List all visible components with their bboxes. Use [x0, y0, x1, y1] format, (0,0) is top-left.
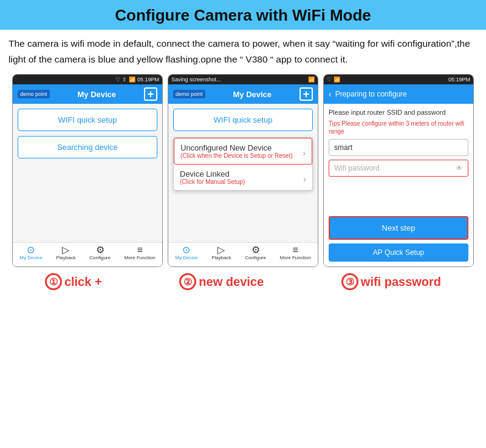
- home-icon: ⊙: [27, 245, 35, 255]
- phone2-statusbar: Saving screenshot... 📶: [168, 75, 318, 84]
- home-icon-2: ⊙: [182, 245, 190, 255]
- step-2: ② new device: [179, 273, 264, 290]
- phone3-statusbar: ♡ 📶 05:19PM: [324, 75, 473, 84]
- page-title: Configure Camera with WiFi Mode: [0, 6, 486, 25]
- step1-circle: ①: [45, 273, 62, 290]
- phone2-add-button[interactable]: +: [299, 87, 313, 101]
- more-icon-2: ≡: [292, 245, 298, 255]
- step1-label: click +: [64, 275, 102, 289]
- step2-circle: ②: [179, 273, 196, 290]
- phone1-nav-configure[interactable]: ⚙ Configure: [89, 245, 111, 265]
- phone1-nav-playback[interactable]: ▷ Playback: [56, 245, 75, 265]
- phone1-nav-more[interactable]: ≡ More Function: [125, 245, 156, 265]
- configure-icon: ⚙: [96, 245, 104, 255]
- step2-label: new device: [199, 275, 264, 289]
- unconfigured-sublabel: (Click when the Device is Setup or Reset…: [180, 152, 293, 163]
- phone1-add-button[interactable]: +: [144, 87, 157, 101]
- phone2-navbar: demo point My Device +: [168, 84, 318, 104]
- phone1-navbar: demo point My Device +: [13, 84, 162, 104]
- phone1-body: WIFI quick setup Searching device: [13, 104, 162, 242]
- unconfigured-label: Unconfigured New Device: [180, 143, 272, 152]
- phone1-wifi-setup-button[interactable]: WIFI quick setup: [18, 109, 157, 131]
- phone2-nav-playback[interactable]: ▷ Playback: [211, 245, 231, 265]
- phone-2: Saving screenshot... 📶 demo point My Dev…: [168, 74, 318, 267]
- step-3: ③ wifi password: [341, 273, 441, 290]
- playback-icon: ▷: [62, 245, 69, 255]
- steps-row: ① click + ② new device ③ wifi password: [0, 267, 486, 293]
- phone-3: ♡ 📶 05:19PM ‹ Preparing to configure Ple…: [323, 74, 474, 267]
- phone1-bottombar: ⊙ My Device ▷ Playback ⚙ Configure ≡ Mor…: [13, 242, 162, 266]
- playback-icon-2: ▷: [217, 245, 225, 255]
- phone1-nav-title: My Device: [77, 90, 116, 99]
- phone2-nav-configure[interactable]: ⚙ Configure: [245, 245, 266, 265]
- description-text: The camera is wifi mode in default, conn…: [0, 30, 486, 72]
- phone1-searching-button[interactable]: Searching device: [18, 136, 157, 158]
- phone1-demo-label: demo point: [18, 90, 50, 98]
- phone3-nav-title: Preparing to configure: [335, 90, 468, 98]
- phone2-dropdown: Unconfigured New Device (Click when the …: [173, 137, 313, 191]
- phone2-nav-mydevice[interactable]: ⊙ My Device: [175, 245, 197, 265]
- linked-label: Device Linked: [180, 169, 230, 178]
- step3-label: wifi password: [361, 275, 441, 289]
- phone2-demo-label: demo point: [173, 90, 205, 98]
- linked-sublabel: (Click for Manual Setup): [180, 178, 245, 189]
- phone1-statusbar: ♡ ⇧ ️📶 05:19PM: [13, 75, 162, 84]
- phone3-next-button[interactable]: Next step: [329, 216, 468, 240]
- phone3-subtitle: Please input router SSID and password: [329, 109, 468, 116]
- phone2-unconfigured-item[interactable]: Unconfigured New Device (Click when the …: [174, 138, 312, 165]
- phone2-saving-text: Saving screenshot...: [171, 76, 221, 83]
- phone3-tip: Tips:Please configure within 3 meters of…: [329, 120, 468, 135]
- password-placeholder: Wifi password: [334, 164, 380, 172]
- chevron-right-icon-2: ›: [303, 174, 306, 184]
- phone3-ap-button[interactable]: AP Quick Setup: [329, 243, 468, 262]
- step-1: ① click +: [45, 273, 102, 290]
- phone2-nav-title: My Device: [233, 90, 272, 99]
- phone2-linked-item[interactable]: Device Linked (Click for Manual Setup) ›: [174, 165, 312, 190]
- phone2-bottombar: ⊙ My Device ▷ Playback ⚙ Configure ≡ Mor…: [168, 242, 318, 266]
- more-icon: ≡: [137, 245, 142, 255]
- step3-circle: ③: [341, 273, 358, 290]
- phone3-password-input[interactable]: Wifi password 👁: [329, 160, 468, 177]
- phone2-nav-more[interactable]: ≡ More Function: [280, 245, 311, 265]
- phones-container: ♡ ⇧ ️📶 05:19PM demo point My Device + WI…: [0, 74, 486, 267]
- phone3-ssid-input[interactable]: smart: [329, 139, 468, 156]
- page-header: Configure Camera with WiFi Mode: [0, 0, 486, 30]
- phone3-body: Please input router SSID and password Ti…: [324, 104, 473, 266]
- eye-icon[interactable]: 👁: [456, 164, 463, 172]
- phone1-nav-mydevice[interactable]: ⊙ My Device: [19, 245, 42, 265]
- configure-icon-2: ⚙: [252, 245, 260, 255]
- phone2-wifi-setup-button[interactable]: WIFI quick setup: [173, 109, 313, 131]
- chevron-right-icon: ›: [303, 148, 306, 158]
- phone2-body: WIFI quick setup Unconfigured New Device…: [168, 104, 318, 242]
- phone-1: ♡ ⇧ ️📶 05:19PM demo point My Device + WI…: [12, 74, 163, 267]
- phone3-navbar: ‹ Preparing to configure: [324, 84, 473, 104]
- back-button[interactable]: ‹: [329, 89, 332, 99]
